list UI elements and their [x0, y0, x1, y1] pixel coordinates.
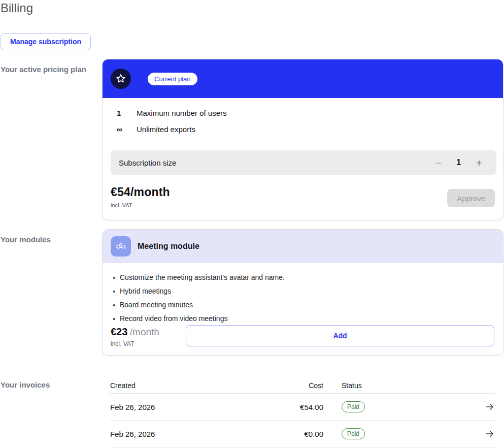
invoice-cost: €54.00 — [284, 403, 323, 411]
plan-price: €54/month — [111, 185, 447, 199]
invoice-row[interactable]: Feb 26, 2026 €0.00 Paid — [110, 421, 495, 447]
module-feature: Record video from video meetings — [113, 312, 503, 326]
invoice-status-cell: Paid — [342, 428, 475, 439]
plan-price-block: €54/month incl. VAT — [111, 185, 447, 208]
plan-feature-row: 1 Maximum number of users — [117, 105, 503, 121]
feature-label: Maximum number of users — [137, 109, 227, 117]
column-header-cost: Cost — [284, 381, 323, 390]
plan-card-header: Current plan — [103, 59, 503, 98]
invoice-row[interactable]: Feb 26, 2026 €54.00 Paid — [110, 394, 495, 421]
plan-features-list: 1 Maximum number of users ∞ Unlimited ex… — [103, 98, 503, 137]
subscription-size-label: Subscription size — [119, 158, 433, 167]
invoice-status-cell: Paid — [342, 401, 475, 412]
module-icon-tile — [111, 236, 131, 257]
section-label-modules: Your modules — [1, 235, 51, 244]
arrow-right-icon — [485, 429, 495, 439]
group-icon — [115, 240, 127, 252]
page-title: Billing — [1, 1, 33, 15]
module-price-period: /month — [130, 327, 159, 337]
increase-size-button[interactable]: + — [474, 157, 484, 168]
feature-value: ∞ — [117, 125, 137, 134]
section-label-pricing-plan: Your active pricing plan — [1, 65, 86, 74]
star-icon — [115, 73, 126, 84]
approve-button[interactable]: Approve — [447, 189, 495, 207]
arrow-right-icon — [485, 402, 495, 412]
column-header-status: Status — [342, 381, 475, 390]
decrease-size-button[interactable]: − — [433, 157, 443, 168]
invoices-table: Created Cost Status Feb 26, 2026 €54.00 … — [110, 378, 495, 447]
invoice-created: Feb 26, 2026 — [110, 430, 284, 438]
module-feature: Customize the meeting assistant's avatar… — [113, 271, 503, 284]
plan-vat-note: incl. VAT — [111, 202, 447, 208]
plan-price-row: €54/month incl. VAT Approve — [111, 185, 495, 208]
billing-page: Billing Manage subscription Your active … — [0, 0, 504, 448]
open-invoice-button[interactable] — [475, 402, 495, 412]
column-header-created: Created — [110, 381, 284, 390]
module-price: €23 — [111, 326, 127, 337]
feature-label: Unlimited exports — [137, 125, 195, 134]
module-price-row: €23 /month incl. VAT Add — [111, 325, 494, 347]
invoice-cost: €0.00 — [284, 430, 323, 438]
status-badge: Paid — [342, 428, 365, 439]
module-feature: Board meeting minutes — [113, 298, 503, 312]
subscription-size-control: Subscription size − 1 + — [111, 150, 496, 175]
feature-value: 1 — [117, 109, 137, 117]
subscription-size-value: 1 — [456, 158, 462, 167]
module-feature: Hybrid meetings — [113, 284, 503, 298]
module-title: Meeting module — [138, 242, 199, 251]
module-feature-list: Customize the meeting assistant's avatar… — [103, 263, 503, 326]
module-vat-note: incl. VAT — [111, 340, 186, 347]
meeting-module-card: Meeting module Customize the meeting ass… — [102, 229, 503, 356]
plan-logo — [111, 69, 131, 89]
plan-feature-row: ∞ Unlimited exports — [117, 121, 503, 137]
manage-subscription-button[interactable]: Manage subscription — [1, 33, 91, 50]
pricing-plan-card: Current plan 1 Maximum number of users ∞… — [102, 59, 503, 220]
subscription-size-stepper: − 1 + — [433, 157, 484, 168]
section-label-invoices: Your invoices — [1, 380, 50, 389]
open-invoice-button[interactable] — [475, 429, 495, 439]
status-badge: Paid — [342, 401, 365, 412]
add-module-button[interactable]: Add — [186, 325, 494, 346]
module-price-line: €23 /month — [111, 326, 186, 338]
module-price-block: €23 /month incl. VAT — [111, 325, 186, 347]
module-card-header: Meeting module — [103, 230, 503, 263]
invoice-created: Feb 26, 2026 — [110, 403, 284, 411]
invoices-header-row: Created Cost Status — [110, 378, 495, 394]
current-plan-badge: Current plan — [148, 73, 197, 85]
